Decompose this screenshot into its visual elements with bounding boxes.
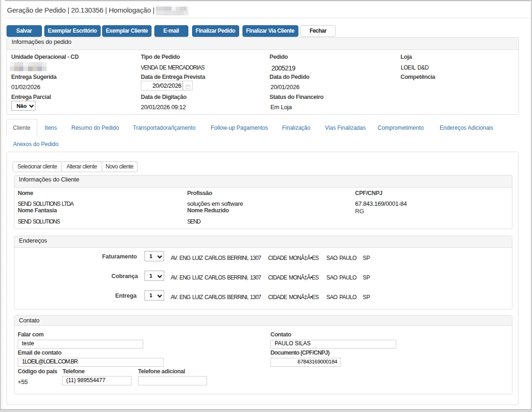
svg-text:7: 7 <box>187 86 188 89</box>
